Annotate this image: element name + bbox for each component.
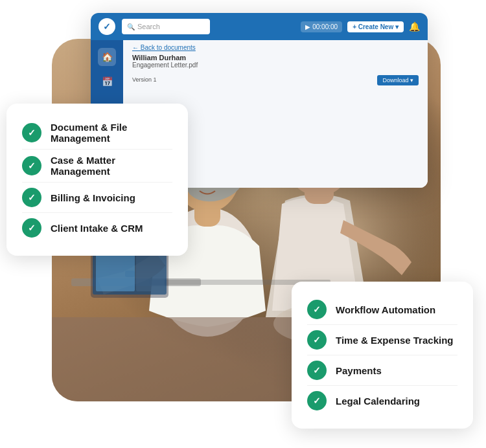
check-circle-r1: ✓ (307, 300, 327, 319)
app-header: ✓ 🔍 Search ▶ 00:00:00 + Create New ▾ 🔔 (91, 13, 428, 40)
check-circle-4: ✓ (22, 218, 41, 238)
feature-item-2: ✓ Case & Matter Management (22, 150, 172, 183)
feature-label-3: Billing & Invoicing (51, 192, 135, 203)
feature-item-3: ✓ Billing & Invoicing (22, 183, 172, 213)
header-right-actions: ▶ 00:00:00 + Create New ▾ 🔔 (301, 21, 420, 32)
create-new-button[interactable]: + Create New ▾ (347, 21, 404, 32)
version-label: Version 1 (132, 76, 157, 83)
download-btn-label: Download ▾ (382, 77, 413, 84)
checkmark-icon-r2: ✓ (313, 335, 321, 344)
feature-label-2: Case & Matter Management (51, 155, 172, 177)
feature-item-r2: ✓ Time & Expense Tracking (307, 325, 457, 355)
breadcrumb-link[interactable]: ← Back to documents (123, 40, 428, 52)
check-circle-2: ✓ (22, 156, 41, 175)
app-logo: ✓ (98, 18, 115, 35)
search-icon: 🔍 (127, 23, 135, 30)
feature-label-r4: Legal Calendaring (336, 396, 420, 407)
sidebar-home-icon[interactable]: 🏠 (98, 48, 116, 66)
feature-label-r1: Workflow Automation (336, 304, 435, 315)
download-button[interactable]: Download ▾ (377, 75, 419, 85)
check-circle-3: ✓ (22, 188, 41, 207)
timer-value: ▶ 00:00:00 (305, 23, 338, 30)
feature-item-r4: ✓ Legal Calendaring (307, 386, 457, 416)
feature-item-r1: ✓ Workflow Automation (307, 295, 457, 325)
create-btn-label: + Create New ▾ (353, 23, 399, 30)
search-placeholder-text: Search (137, 23, 160, 30)
feature-label-r3: Payments (336, 365, 382, 376)
checkmark-icon-2: ✓ (28, 161, 36, 170)
checkmark-icon-r4: ✓ (313, 396, 321, 405)
logo-check-icon: ✓ (103, 21, 111, 32)
search-bar[interactable]: 🔍 Search (122, 19, 210, 34)
feature-label-1: Document & File Management (51, 122, 172, 144)
timer-display[interactable]: ▶ 00:00:00 (301, 21, 342, 32)
checkmark-icon-1: ✓ (28, 128, 36, 137)
check-circle-r2: ✓ (307, 330, 327, 350)
notification-icon[interactable]: 🔔 (409, 21, 420, 32)
checkmark-icon-4: ✓ (28, 223, 36, 232)
check-circle-1: ✓ (22, 123, 41, 142)
checkmark-icon-r3: ✓ (313, 366, 321, 375)
file-pdf-name: Engagement Letter.pdf (132, 62, 419, 69)
file-owner: William Durham (132, 54, 419, 62)
feature-item-r3: ✓ Payments (307, 355, 457, 386)
checkmark-icon-r1: ✓ (313, 305, 321, 314)
features-card-right: ✓ Workflow Automation ✓ Time & Expense T… (292, 282, 473, 429)
file-info: William Durham Engagement Letter.pdf (123, 52, 428, 73)
feature-label-r2: Time & Expense Tracking (336, 335, 453, 346)
check-circle-r3: ✓ (307, 361, 327, 380)
feature-label-4: Client Intake & CRM (51, 223, 143, 234)
feature-item-4: ✓ Client Intake & CRM (22, 213, 172, 243)
checkmark-icon-3: ✓ (28, 193, 36, 202)
feature-item-1: ✓ Document & File Management (22, 117, 172, 150)
sidebar-calendar-icon[interactable]: 📅 (98, 73, 116, 91)
features-card-left: ✓ Document & File Management ✓ Case & Ma… (6, 104, 188, 256)
check-circle-r4: ✓ (307, 391, 327, 410)
